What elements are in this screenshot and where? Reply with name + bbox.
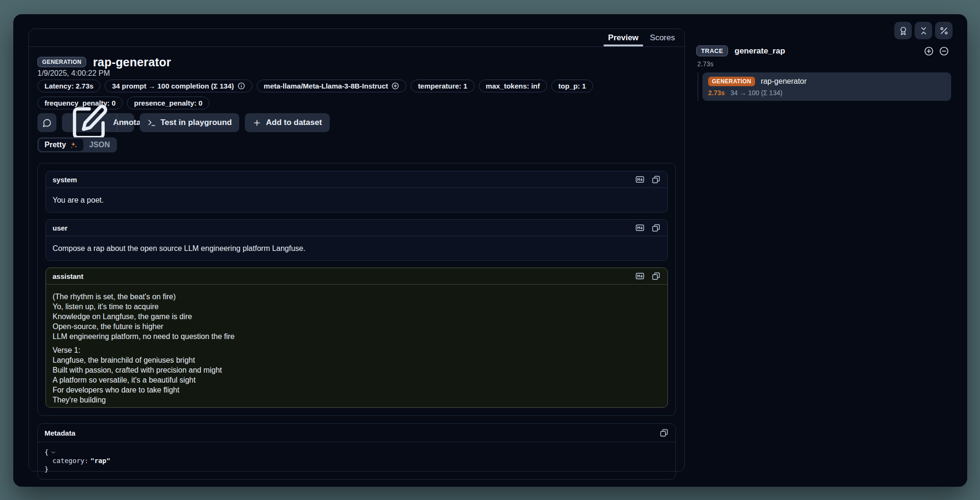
playground-button[interactable]: Test in playground: [140, 113, 240, 132]
output-view-toggle: Pretty JSON: [37, 137, 117, 152]
assistant-message-header: assistant: [46, 268, 667, 285]
app-window: Preview Scores GENERATION rap-generator …: [13, 14, 967, 487]
add-to-dataset-label: Add to dataset: [266, 118, 322, 127]
copy-button[interactable]: [651, 175, 661, 184]
token-usage-label: 34 prompt → 100 completion (Σ 134): [112, 82, 234, 90]
generation-type-badge: GENERATION: [37, 57, 86, 67]
system-message-header: system: [46, 171, 667, 188]
node-token-usage: 34 → 100 (Σ 134): [730, 89, 782, 97]
latency-badge-label: Latency: 2.73s: [45, 82, 93, 90]
markdown-icon: [635, 175, 645, 184]
chevron-down-icon: [122, 119, 129, 126]
observation-title: rap-generator: [93, 55, 171, 69]
json-view-tab[interactable]: JSON: [83, 139, 116, 151]
trace-duration: 2.73s: [697, 60, 951, 68]
assistant-role-label: assistant: [53, 272, 83, 280]
system-message-actions: [635, 175, 661, 184]
terminal-icon: [147, 118, 156, 127]
node-title-row: GENERATION rap-generator: [708, 77, 945, 86]
io-messages-card: system You are a poet.: [37, 163, 676, 416]
tree-connector-line: [698, 72, 698, 101]
annotate-split-button: Annotate: [62, 113, 134, 132]
markdown-toggle-button[interactable]: [635, 223, 645, 232]
assistant-message-actions: [635, 271, 661, 281]
system-message-content: You are a poet.: [46, 188, 667, 212]
pretty-label: Pretty: [45, 141, 66, 149]
json-key: category:: [53, 456, 89, 465]
user-role-label: user: [53, 224, 68, 232]
user-message-actions: [635, 223, 661, 232]
json-value: "rap": [90, 456, 110, 465]
observation-timestamp: 1/9/2025, 4:00:22 PM: [37, 69, 676, 78]
add-to-dataset-button[interactable]: Add to dataset: [245, 113, 329, 132]
metadata-json-viewer: { category: "rap" }: [38, 442, 675, 479]
json-open-row[interactable]: {: [45, 448, 669, 456]
panel-body: GENERATION rap-generator 1/9/2025, 4:00:…: [29, 47, 684, 480]
trace-tree: GENERATION rap-generator 2.73s 34 → 100 …: [696, 72, 951, 101]
edit-icon: [70, 103, 109, 143]
node-name: rap-generator: [761, 77, 807, 86]
user-message-header: user: [46, 220, 667, 236]
parameter-badges-row: Latency: 2.73s 34 prompt → 100 completio…: [37, 80, 676, 109]
tab-preview[interactable]: Preview: [602, 29, 644, 46]
user-message-content: Compose a rap about the open source LLM …: [46, 236, 667, 260]
comment-button[interactable]: [37, 113, 56, 132]
max-tokens-badge: max_tokens: inf: [479, 80, 547, 92]
copy-button[interactable]: [651, 223, 661, 232]
annotate-dropdown-button[interactable]: [117, 113, 134, 132]
presence-penalty-label: presence_penalty: 0: [134, 99, 202, 107]
tab-scores[interactable]: Scores: [644, 29, 681, 46]
latency-badge: Latency: 2.73s: [37, 80, 100, 92]
observation-title-row: GENERATION rap-generator: [37, 56, 676, 68]
pretty-view-tab[interactable]: Pretty: [39, 139, 83, 151]
plus-circle-icon: [391, 82, 399, 90]
copy-icon: [651, 271, 661, 281]
copy-icon: [659, 428, 669, 438]
copy-icon: [651, 175, 661, 184]
plus-icon: [252, 118, 261, 127]
collapse-panel-button[interactable]: [915, 22, 932, 39]
top-p-label: top_p: 1: [558, 82, 586, 90]
token-usage-badge[interactable]: 34 prompt → 100 completion (Σ 134): [105, 80, 252, 92]
circle-minus-icon: [939, 46, 949, 56]
json-open-brace: {: [45, 448, 48, 456]
json-collapse-chevron-icon: [50, 449, 56, 455]
metadata-card: Metadata { category: "rap" }: [37, 423, 676, 480]
metadata-copy-button[interactable]: [659, 428, 669, 438]
system-role-label: system: [53, 176, 77, 184]
model-badge-label: meta-llama/Meta-Llama-3-8B-Instruct: [264, 82, 388, 90]
message-circle-icon: [43, 118, 52, 127]
node-latency: 2.73s: [708, 89, 725, 97]
percentile-view-button[interactable]: [935, 22, 953, 39]
observation-detail-panel: Preview Scores GENERATION rap-generator …: [28, 28, 685, 472]
circle-plus-icon: [924, 46, 934, 56]
generation-node-selected[interactable]: GENERATION rap-generator 2.73s 34 → 100 …: [702, 72, 951, 101]
markdown-icon: [635, 271, 645, 281]
user-message-card: user Compose a rap about the open source…: [45, 219, 668, 261]
annotate-button[interactable]: Annotate: [62, 113, 117, 132]
markdown-toggle-button[interactable]: [635, 271, 645, 281]
trace-name[interactable]: generate_rap: [735, 46, 785, 56]
json-close-brace: }: [45, 465, 48, 473]
model-badge[interactable]: meta-llama/Meta-Llama-3-8B-Instruct: [257, 80, 407, 92]
info-icon: [237, 82, 245, 90]
chevrons-collapse-icon: [919, 26, 928, 36]
markdown-toggle-button[interactable]: [635, 175, 645, 184]
metadata-title: Metadata: [45, 429, 75, 437]
trace-type-badge: TRACE: [696, 45, 728, 56]
json-label: JSON: [89, 141, 110, 149]
copy-button[interactable]: [651, 271, 661, 281]
trace-tree-panel: TRACE generate_rap 2.73s GENERATION rap-…: [696, 45, 951, 101]
annotation-queue-button[interactable]: [894, 22, 912, 39]
markdown-icon: [635, 223, 645, 232]
panel-tabs-header: Preview Scores: [29, 29, 684, 47]
expand-all-button[interactable]: [924, 46, 934, 56]
temperature-label: temperature: 1: [418, 82, 467, 90]
assistant-message-card: assistant (The rhythm is set, the beat's…: [45, 268, 668, 408]
window-actions: [894, 22, 953, 39]
json-close-row: }: [45, 465, 669, 473]
node-type-badge: GENERATION: [708, 77, 755, 86]
trace-tree-actions: [924, 46, 949, 56]
percent-icon: [939, 26, 949, 36]
collapse-all-button[interactable]: [939, 46, 949, 56]
